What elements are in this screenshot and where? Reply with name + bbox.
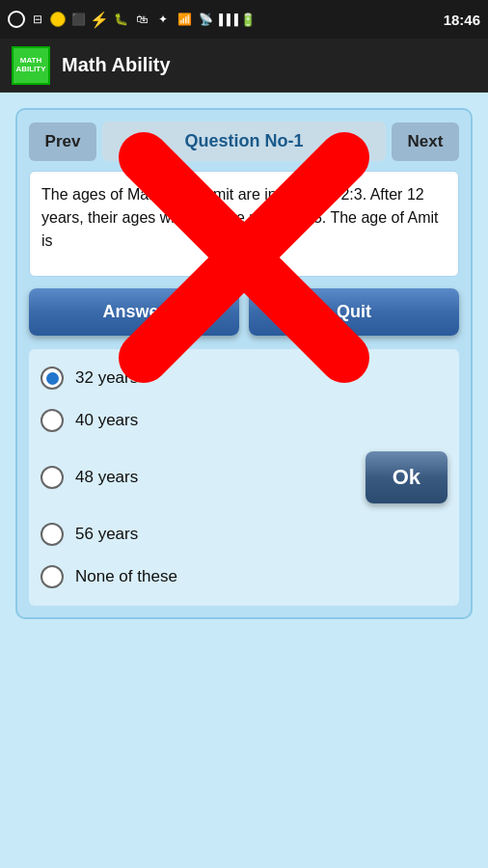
answer-button[interactable]: Answer [29,288,239,336]
status-icons-left: ⊟ ⬛ ⚡ 🐛 🛍 ✦ 📶 📡 ▐▐▐ 🔋 [8,11,257,28]
main-content: Prev Question No-1 Next The ages of Mano… [0,93,488,868]
option-label-4: 56 years [75,525,138,544]
action-row: Answer Quit [29,288,459,336]
icon-signal: ▐▐▐ [218,11,235,28]
radio-1[interactable] [41,366,64,390]
icon-image: ⬛ [69,11,87,28]
quiz-card: Prev Question No-1 Next The ages of Mano… [15,108,473,619]
ok-button[interactable]: Ok [366,451,447,503]
icon-sim: 📡 [197,11,214,28]
option-item-2[interactable]: 40 years [33,399,455,442]
option-label-3: 48 years [75,468,138,487]
icon-yellow-circle [50,12,66,27]
icon-usb: ⚡ [91,11,108,28]
radio-3[interactable] [41,466,64,489]
options-section: 32 years 40 years 48 years Ok [29,349,459,606]
status-bar: ⊟ ⬛ ⚡ 🐛 🛍 ✦ 📶 📡 ▐▐▐ 🔋 18:46 [0,0,488,39]
icon-bag: 🛍 [133,11,150,28]
option-label-5: None of these [75,567,177,586]
nav-row: Prev Question No-1 Next [29,122,459,161]
app-icon: MATH ABILITY [12,46,50,85]
icon-bluetooth: ✦ [154,11,172,28]
icon-bug: 🐛 [112,11,129,28]
radio-4[interactable] [41,523,64,546]
status-time: 18:46 [444,12,480,28]
prev-button[interactable]: Prev [29,122,96,161]
option-label-2: 40 years [75,411,138,430]
icon-wifi: 📶 [176,11,193,28]
option-label-1: 32 years [75,368,138,388]
option-item-3[interactable]: 48 years Ok [33,442,455,513]
radio-5[interactable] [41,565,64,588]
app-title: Math Ability [62,54,171,76]
app-bar: MATH ABILITY Math Ability [0,39,488,93]
option-item-1[interactable]: 32 years [33,357,455,399]
icon-battery: 🔋 [239,11,257,28]
quit-button[interactable]: Quit [249,288,459,336]
question-label: Question No-1 [102,122,386,161]
radio-inner-1 [46,372,59,385]
icon-menu: ⊟ [29,11,46,28]
question-box: The ages of Manoj and Amit are in the ra… [29,171,459,277]
option-item-4[interactable]: 56 years [33,513,455,556]
question-text: The ages of Manoj and Amit are in the ra… [41,186,439,249]
option-item-5[interactable]: None of these [33,556,455,598]
next-button[interactable]: Next [392,122,459,161]
radio-2[interactable] [41,409,64,432]
icon-circle1 [8,11,25,28]
question-container: The ages of Manoj and Amit are in the ra… [29,171,459,277]
